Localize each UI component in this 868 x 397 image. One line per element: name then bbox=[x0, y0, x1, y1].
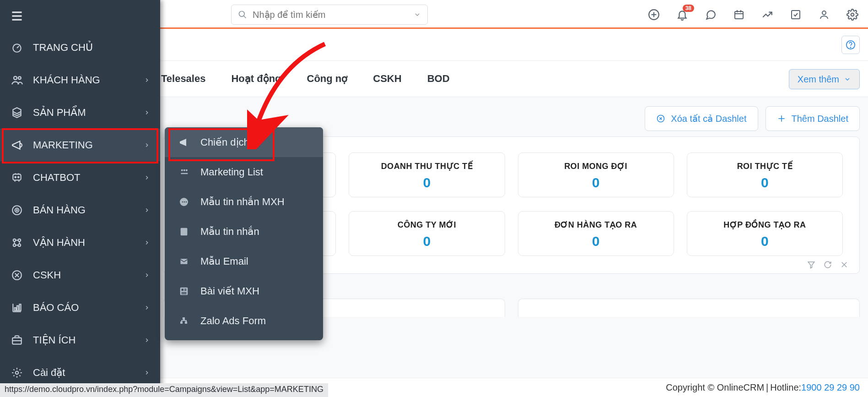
svg-point-49 bbox=[181, 169, 183, 171]
card-label: HỢP ĐỒNG TẠO RA bbox=[692, 220, 838, 230]
sidebar-item-khách-hàng[interactable]: KHÁCH HÀNG bbox=[0, 64, 160, 96]
task-check-icon[interactable] bbox=[788, 7, 803, 22]
chevron-right-icon bbox=[144, 272, 150, 278]
hamburger-menu[interactable] bbox=[4, 3, 30, 29]
svg-marker-19 bbox=[808, 262, 814, 268]
nav-label: MARKETING bbox=[33, 139, 93, 151]
card-value: 0 bbox=[523, 234, 669, 249]
submenu-label: Bài viết MXH bbox=[200, 285, 259, 297]
nav-label: KHÁCH HÀNG bbox=[33, 74, 100, 86]
search-input[interactable] bbox=[253, 10, 414, 20]
calendar-icon[interactable] bbox=[732, 7, 746, 22]
nav-label: CHATBOT bbox=[33, 172, 80, 184]
user-icon[interactable] bbox=[817, 7, 831, 22]
sidebar-item-trang-chủ[interactable]: TRANG CHỦ bbox=[0, 31, 160, 64]
dashlet-toolbar: Xóa tất cả Dashlet Thêm Dashlet bbox=[645, 106, 860, 131]
refresh-icon[interactable] bbox=[824, 261, 832, 269]
chevron-right-icon bbox=[144, 337, 150, 343]
tab-cong-no[interactable]: Công nợ bbox=[307, 73, 348, 85]
svg-point-55 bbox=[184, 201, 185, 202]
search-icon bbox=[238, 10, 247, 19]
chevron-right-icon bbox=[144, 370, 150, 376]
analytics-icon[interactable] bbox=[760, 7, 775, 22]
svg-point-13 bbox=[850, 47, 851, 48]
svg-point-0 bbox=[239, 11, 245, 17]
plus-icon bbox=[777, 114, 786, 123]
nav-icon bbox=[10, 106, 24, 120]
svg-point-33 bbox=[16, 209, 17, 210]
submenu-icon bbox=[178, 255, 190, 268]
clear-dashlets-label: Xóa tất cả Dashlet bbox=[671, 113, 746, 124]
tab-bod[interactable]: BOD bbox=[427, 73, 450, 85]
sidebar-item-sản-phẩm[interactable]: SẢN PHẨM bbox=[0, 96, 160, 129]
submenu-item-mẫu-email[interactable]: Mẫu Email bbox=[165, 246, 323, 276]
footer-hotline-link[interactable]: 1900 29 29 90 bbox=[801, 382, 860, 393]
metric-card: CÔNG TY MỚI0 bbox=[349, 211, 505, 256]
metric-card: HỢP ĐỒNG TẠO RA0 bbox=[687, 211, 843, 256]
tab-cskh[interactable]: CSKH bbox=[373, 73, 401, 85]
svg-line-1 bbox=[244, 16, 246, 18]
svg-point-29 bbox=[15, 176, 16, 178]
submenu-icon bbox=[178, 136, 190, 149]
nav-label: SẢN PHẨM bbox=[33, 107, 86, 119]
metric-card: ĐƠN HÀNG TẠO RA0 bbox=[518, 211, 674, 256]
card-value: 0 bbox=[354, 234, 500, 249]
sidebar-item-bán-hàng[interactable]: BÁN HÀNG bbox=[0, 194, 160, 226]
settings-gear-icon[interactable] bbox=[845, 7, 860, 22]
filter-icon[interactable] bbox=[807, 261, 815, 269]
nav-icon bbox=[10, 366, 24, 380]
submenu-item-bài-viết-mxh[interactable]: Bài viết MXH bbox=[165, 276, 323, 306]
add-dashlet-button[interactable]: Thêm Dashlet bbox=[766, 106, 860, 131]
card-label: DOANH THU THỰC TẾ bbox=[354, 161, 500, 171]
submenu-label: Mẫu Email bbox=[200, 256, 248, 267]
sidebar-item-báo-cáo[interactable]: BÁO CÁO bbox=[0, 291, 160, 324]
add-icon[interactable] bbox=[647, 7, 661, 22]
tab-hoat-dong[interactable]: Hoạt động bbox=[231, 73, 281, 85]
svg-point-27 bbox=[18, 76, 21, 79]
svg-point-48 bbox=[16, 371, 19, 374]
tab-telesales[interactable]: Telesales bbox=[161, 73, 205, 85]
sidebar-item-tiện-ích[interactable]: TIỆN ÍCH bbox=[0, 324, 160, 356]
sidebar-item-marketing[interactable]: MARKETING bbox=[0, 129, 160, 161]
svg-point-54 bbox=[182, 201, 183, 202]
nav-icon bbox=[10, 203, 24, 217]
submenu-icon bbox=[178, 166, 190, 179]
card-value: 0 bbox=[692, 234, 838, 249]
svg-rect-44 bbox=[17, 305, 18, 310]
card-value: 0 bbox=[354, 175, 500, 190]
search-input-wrap[interactable] bbox=[231, 5, 428, 25]
view-more-label: Xem thêm bbox=[798, 74, 839, 85]
chevron-down-icon bbox=[844, 76, 851, 83]
help-button[interactable] bbox=[841, 36, 860, 54]
svg-rect-43 bbox=[15, 308, 16, 311]
bell-icon[interactable]: 38 bbox=[675, 7, 690, 22]
chevron-right-icon bbox=[144, 109, 150, 116]
submenu-item-marketing-list[interactable]: Marketing List bbox=[165, 157, 323, 187]
submenu-item-mẫu-tin-nhắn-mxh[interactable]: Mẫu tin nhắn MXH bbox=[165, 187, 323, 217]
card-label: ROI MONG ĐỢI bbox=[523, 161, 669, 171]
chevron-right-icon bbox=[144, 305, 150, 311]
sidebar-item-cskh[interactable]: CSKH bbox=[0, 259, 160, 291]
submenu-icon bbox=[178, 196, 190, 208]
chevron-down-icon[interactable] bbox=[414, 11, 421, 18]
nav-icon bbox=[10, 138, 24, 152]
submenu-item-chiến-dịch[interactable]: Chiến dịch bbox=[165, 127, 323, 157]
svg-rect-5 bbox=[735, 11, 743, 19]
panel-controls bbox=[807, 261, 848, 269]
nav-icon bbox=[10, 333, 24, 347]
chevron-right-icon bbox=[144, 77, 150, 83]
svg-point-51 bbox=[186, 169, 188, 171]
sidebar-item-vận-hành[interactable]: VẬN HÀNH bbox=[0, 226, 160, 259]
chat-icon[interactable] bbox=[703, 7, 718, 22]
clear-dashlets-button[interactable]: Xóa tất cả Dashlet bbox=[645, 106, 758, 131]
secondary-panel-right bbox=[518, 299, 860, 317]
view-more-button[interactable]: Xem thêm bbox=[789, 69, 860, 89]
metric-card: ROI MONG ĐỢI0 bbox=[518, 152, 674, 197]
sidebar-item-chatbot[interactable]: CHATBOT bbox=[0, 161, 160, 194]
submenu-item-mẫu-tin-nhắn[interactable]: Mẫu tin nhắn bbox=[165, 217, 323, 246]
close-icon[interactable] bbox=[840, 261, 848, 269]
card-label: ĐƠN HÀNG TẠO RA bbox=[523, 220, 669, 230]
svg-rect-28 bbox=[13, 174, 21, 180]
submenu-item-zalo-ads-form[interactable]: Zalo Ads Form bbox=[165, 306, 323, 336]
submenu-label: Marketing List bbox=[200, 166, 263, 178]
